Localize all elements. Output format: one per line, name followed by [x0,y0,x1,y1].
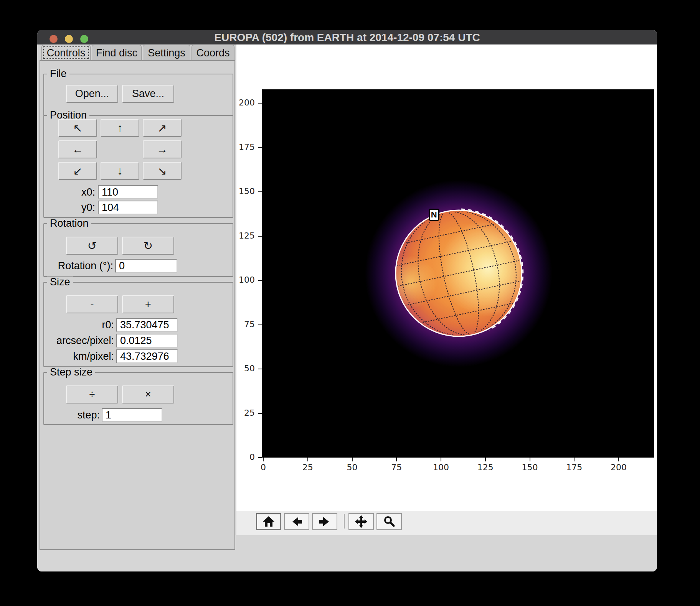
toolbar-pan-button[interactable] [348,513,374,530]
move-left-button[interactable]: ← [58,140,97,158]
y-tick-mark [258,324,262,325]
x-tick-mark [352,458,353,461]
toolbar-zoom-button[interactable] [376,513,402,530]
y-tick-label: 25 [236,408,255,418]
step-input[interactable] [102,408,162,422]
toolbar-forward-button[interactable] [312,513,337,530]
rotation-group-label: Rotation [47,218,91,229]
y0-input[interactable] [98,201,158,214]
open-button[interactable]: Open... [66,85,118,103]
x-tick-mark [263,458,264,461]
title-bar[interactable]: EUROPA (502) from EARTH at 2014-12-09 07… [37,30,657,44]
toolbar-back-button[interactable] [284,513,309,530]
tab-controls[interactable]: Controls [41,45,91,61]
x-tick-mark [441,458,441,461]
move-down-button[interactable]: ↓ [101,162,139,180]
y-tick-mark [258,147,262,148]
km-per-pixel-label: km/pixel: [60,349,114,363]
x-tick-mark [396,458,397,461]
x-tick-mark [530,458,530,461]
step-label: step: [71,408,100,422]
y-tick-mark [258,103,262,104]
move-right-button[interactable]: → [143,140,182,158]
home-icon [261,514,276,529]
x-tick-mark [485,458,486,461]
y-tick-mark [258,280,262,281]
bottom-strip-left [37,550,235,571]
x-tick-label: 125 [474,463,497,472]
x-tick-mark [574,458,575,461]
x-tick-label: 25 [296,463,319,472]
y-tick-mark [258,413,262,414]
x-tick-label: 50 [341,463,364,472]
size-group-label: Size [47,277,73,287]
tab-settings[interactable]: Settings [143,45,190,60]
rotate-ccw-button[interactable]: ↺ [66,237,118,255]
arcsec-per-pixel-label: arcsec/pixel: [49,334,114,347]
y-tick-mark [258,236,262,237]
y-tick-label: 50 [236,364,255,373]
step-divide-button[interactable]: ÷ [66,385,118,403]
arcsec-per-pixel-input[interactable] [116,334,178,347]
r0-label: r0: [60,318,114,332]
x-tick-label: 175 [563,463,586,472]
x-tick-label: 75 [385,463,408,472]
bottom-strip-right [235,535,657,571]
tab-find-disc[interactable]: Find disc [92,45,142,60]
move-down-right-button[interactable]: ↘ [143,162,182,180]
app-window: EUROPA (502) from EARTH at 2014-12-09 07… [37,30,657,571]
x-tick-mark [307,458,308,461]
step-size-group-label: Step size [47,367,95,377]
toolbar-home-button[interactable] [256,513,281,530]
step-multiply-button[interactable]: × [122,385,174,403]
rotate-cw-button[interactable]: ↻ [122,237,174,255]
plot-figure: N 02550751001251501752000255075100125150… [236,44,657,511]
y-tick-label: 100 [236,275,255,285]
x-tick-label: 150 [518,463,542,472]
disc-overlay [262,89,654,458]
move-up-left-button[interactable]: ↖ [58,119,97,137]
y-tick-mark [258,191,262,192]
y-tick-label: 200 [236,98,255,107]
y-tick-label: 75 [236,319,255,329]
y-tick-mark [258,457,262,458]
back-arrow-icon [289,514,304,529]
pan-move-icon [354,514,368,529]
north-marker: N [429,209,439,221]
y-tick-label: 175 [236,142,255,152]
tab-coords[interactable]: Coords [192,45,234,60]
km-per-pixel-input[interactable] [116,349,178,363]
move-up-right-button[interactable]: ↗ [143,119,182,137]
x-tick-mark [618,458,619,461]
window-title: EUROPA (502) from EARTH at 2014-12-09 07… [37,30,657,44]
x-tick-label: 200 [607,463,630,472]
plot-axes[interactable]: N [262,89,654,458]
x0-input[interactable] [98,185,158,199]
magnifier-icon [382,514,396,529]
y0-label: y0: [61,201,95,214]
move-up-button[interactable]: ↑ [101,119,139,137]
file-group-label: File [47,68,69,79]
rotation-label: Rotation (°): [53,259,113,273]
x-tick-label: 0 [252,463,275,472]
y-tick-label: 125 [236,231,255,240]
toolbar-separator [344,514,345,529]
rotation-input[interactable] [115,259,177,273]
save-button[interactable]: Save... [122,85,174,103]
x0-label: x0: [61,185,95,199]
size-plus-button[interactable]: + [122,295,174,313]
size-minus-button[interactable]: - [66,295,118,313]
y-tick-label: 0 [236,452,255,462]
y-tick-mark [258,369,262,369]
y-tick-label: 150 [236,186,255,196]
move-down-left-button[interactable]: ↙ [58,162,97,180]
forward-arrow-icon [317,514,332,529]
r0-input[interactable] [116,318,178,332]
x-tick-label: 100 [429,463,452,472]
